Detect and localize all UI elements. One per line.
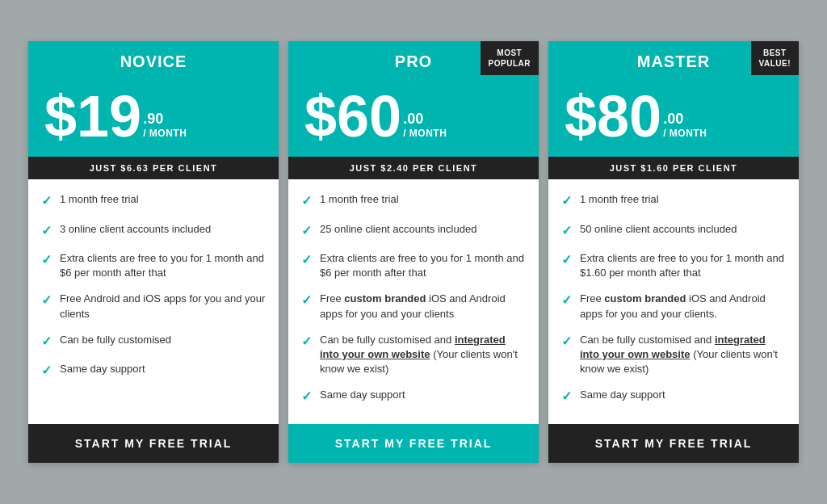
plan-features: ✓ 1 month free trial ✓ 25 online client …: [288, 179, 539, 423]
plan-name: Novice: [120, 52, 187, 70]
feature-item: ✓ Same day support: [561, 388, 786, 405]
feature-item: ✓ Extra clients are free to you for 1 mo…: [301, 251, 526, 280]
feature-item: ✓ 1 month free trial: [561, 192, 786, 210]
price-main: $19: [44, 87, 141, 145]
check-icon: ✓: [41, 251, 52, 269]
feature-item: ✓ 1 month free trial: [301, 192, 526, 210]
per-client-bar: JUST $1.60 PER CLIENT: [548, 157, 799, 179]
check-icon: ✓: [301, 222, 312, 240]
feature-item: ✓ 50 online client accounts included: [561, 222, 786, 240]
price-detail: .00 / MONTH: [663, 111, 707, 146]
feature-item: ✓ Extra clients are free to you for 1 mo…: [41, 251, 266, 280]
plan-price-area: $60 .00 / MONTH: [288, 79, 539, 157]
check-icon: ✓: [561, 222, 572, 240]
price-period: / MONTH: [143, 128, 187, 139]
price-detail: .00 / MONTH: [403, 111, 447, 146]
check-icon: ✓: [561, 192, 572, 210]
feature-item: ✓ Can be fully customised: [41, 333, 266, 351]
feature-item: ✓ Free Android and iOS apps for you and …: [41, 292, 266, 321]
plan-name: Pro: [395, 52, 432, 70]
feature-item: ✓ Same day support: [301, 388, 526, 405]
feature-item: ✓ 25 online client accounts included: [301, 222, 526, 240]
check-icon: ✓: [301, 333, 312, 351]
check-icon: ✓: [561, 292, 572, 309]
plan-features: ✓ 1 month free trial ✓ 3 online client a…: [28, 179, 279, 423]
check-icon: ✓: [41, 292, 52, 309]
feature-item: ✓ Extra clients are free to you for 1 mo…: [561, 251, 786, 280]
plan-card-pro: MOSTPOPULAR Pro $60 .00 / MONTH JUST $2.…: [288, 41, 539, 462]
badge-master: BESTVALUE!: [751, 41, 799, 75]
price-detail: .90 / MONTH: [143, 111, 187, 146]
feature-item: ✓ Can be fully customised and integrated…: [301, 333, 526, 377]
feature-item: ✓ 3 online client accounts included: [41, 222, 266, 240]
plan-price-area: $80 .00 / MONTH: [548, 79, 799, 157]
feature-item: ✓ Free custom branded iOS and Android ap…: [561, 292, 786, 321]
check-icon: ✓: [301, 292, 312, 309]
feature-item: ✓ Can be fully customised and integrated…: [561, 333, 786, 377]
cta-button-pro[interactable]: START MY FREE TRIAL: [288, 424, 539, 463]
cta-button-novice[interactable]: START MY FREE TRIAL: [28, 424, 279, 463]
check-icon: ✓: [301, 388, 312, 405]
price-main: $80: [565, 87, 661, 145]
price-period: / MONTH: [663, 128, 707, 139]
feature-item: ✓ 1 month free trial: [41, 192, 266, 210]
check-icon: ✓: [561, 388, 572, 405]
per-client-bar: JUST $2.40 PER CLIENT: [288, 157, 539, 179]
plan-price-area: $19 .90 / MONTH: [28, 79, 279, 157]
check-icon: ✓: [41, 222, 52, 240]
plan-header-novice: Novice: [28, 41, 279, 79]
check-icon: ✓: [41, 192, 52, 210]
check-icon: ✓: [301, 251, 312, 269]
feature-item: ✓ Free custom branded iOS and Android ap…: [301, 292, 526, 321]
check-icon: ✓: [41, 333, 52, 351]
price-cents: .00: [663, 111, 707, 128]
badge-pro: MOSTPOPULAR: [481, 41, 539, 75]
pricing-container: Novice $19 .90 / MONTH JUST $6.63 PER CL…: [12, 25, 815, 478]
plan-features: ✓ 1 month free trial ✓ 50 online client …: [548, 179, 799, 423]
per-client-bar: JUST $6.63 PER CLIENT: [28, 157, 279, 179]
plan-card-novice: Novice $19 .90 / MONTH JUST $6.63 PER CL…: [28, 41, 279, 462]
check-icon: ✓: [561, 333, 572, 351]
price-cents: .90: [143, 111, 187, 128]
plan-card-master: BESTVALUE! Master $80 .00 / MONTH JUST $…: [548, 41, 799, 462]
feature-item: ✓ Same day support: [41, 362, 266, 380]
check-icon: ✓: [561, 251, 572, 269]
price-period: / MONTH: [403, 128, 447, 139]
check-icon: ✓: [301, 192, 312, 210]
plan-name: Master: [637, 52, 710, 70]
price-main: $60: [304, 87, 401, 145]
cta-button-master[interactable]: START MY FREE TRIAL: [548, 424, 799, 463]
price-cents: .00: [403, 111, 447, 128]
check-icon: ✓: [41, 362, 52, 380]
